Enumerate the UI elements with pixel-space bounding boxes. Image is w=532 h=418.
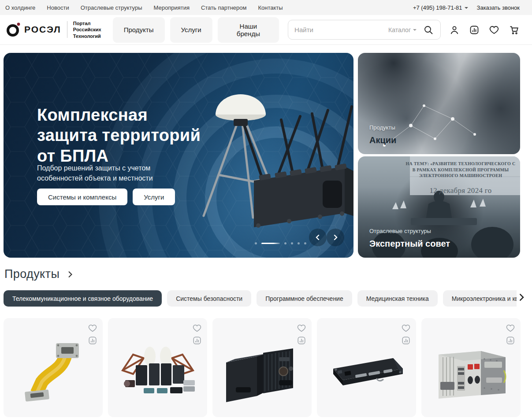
catalog-caret-icon: [413, 29, 417, 31]
header-nav: Продукты Услуги Наши бренды: [113, 17, 279, 43]
favorite-icon[interactable]: [88, 323, 97, 334]
product-image-radio-relay-kit: [118, 340, 197, 406]
product-image-rack-unit: [327, 340, 406, 406]
expert-council-card[interactable]: НА ТЕМУ: «РАЗВИТИЕ ТЕХНОЛОГИЧЕСКОГО С В …: [358, 156, 520, 258]
phone-caret-icon: [465, 7, 468, 9]
chip-microelectronics[interactable]: Микроэлектроника и квантовые технологии: [443, 290, 517, 307]
slider-dot[interactable]: [255, 242, 257, 244]
slider-dot[interactable]: [291, 242, 293, 244]
link-news[interactable]: Новости: [47, 4, 69, 11]
nav-products-button[interactable]: Продукты: [113, 17, 165, 43]
hero-title: Комплексная защита территорий от БПЛА: [37, 105, 201, 166]
product-image-waveguide-bend: [14, 340, 93, 406]
product-card[interactable]: [317, 318, 416, 417]
chip-medical-equipment[interactable]: Медицинская техника: [357, 290, 438, 307]
favorite-icon[interactable]: [506, 323, 515, 334]
search-catalog-dropdown[interactable]: Каталог: [388, 26, 417, 33]
top-utility-bar: О холдинге Новости Отраслевые структуры …: [0, 0, 532, 15]
main-header: РОСЭЛ Портал Российских Технологий Проду…: [0, 15, 532, 45]
slider-dot[interactable]: [284, 242, 286, 244]
promo-card-akcii[interactable]: Продукты Акции: [358, 53, 520, 154]
slider-next-button[interactable]: [327, 229, 344, 246]
compare-icon[interactable]: [297, 336, 306, 347]
chip-software[interactable]: Программное обеспечение: [257, 290, 352, 307]
product-cards: [4, 318, 532, 417]
expert-card-category: Отраслевые структуры: [369, 228, 450, 234]
hero-banner[interactable]: Комплексная защита территорий от БПЛА По…: [4, 53, 353, 258]
link-about-holding[interactable]: О холдинге: [5, 4, 35, 11]
conference-screen-text: НА ТЕМУ: «РАЗВИТИЕ ТЕХНОЛОГИЧЕСКОГО С В …: [406, 161, 516, 196]
conference-screen-date: 12 декабря 2024 го: [406, 186, 516, 196]
logo-brand-name: РОСЭЛ: [24, 24, 61, 35]
hero-services-button[interactable]: Услуги: [133, 189, 175, 205]
slider-dots: [255, 242, 306, 244]
logo[interactable]: РОСЭЛ Портал Российских Технологий: [6, 20, 101, 39]
link-become-partner[interactable]: Стать партнером: [201, 4, 246, 11]
product-image-ruggedized-units: [223, 340, 302, 406]
logo-tagline: Портал Российских Технологий: [73, 20, 101, 39]
favorites-icon[interactable]: [488, 24, 500, 36]
hero-systems-button[interactable]: Системы и комплексы: [37, 189, 127, 205]
promo-card-category: Продукты: [369, 124, 396, 131]
product-card[interactable]: [108, 318, 207, 417]
anti-drone-system-image: [188, 76, 353, 234]
hero-subtitle: Подбор решений защиты с учетом особеннос…: [37, 163, 191, 183]
favorite-icon[interactable]: [401, 323, 411, 334]
nav-brands-button[interactable]: Наши бренды: [218, 17, 279, 43]
product-card[interactable]: [4, 318, 103, 417]
topbar-links: О холдинге Новости Отраслевые структуры …: [5, 4, 283, 11]
product-card[interactable]: [212, 318, 312, 417]
chip-security-systems[interactable]: Системы безопасности: [167, 290, 251, 307]
slider-dot-active[interactable]: [261, 243, 280, 244]
phone-number[interactable]: +7 (495) 198-71-81: [413, 4, 468, 11]
cart-icon[interactable]: [508, 24, 520, 36]
search-bar[interactable]: Каталог: [288, 20, 441, 40]
link-contacts[interactable]: Контакты: [258, 4, 283, 11]
products-section-title: Продукты: [4, 267, 60, 281]
product-card[interactable]: [421, 318, 521, 417]
chip-telecom-equipment[interactable]: Телекоммуникационное и связное оборудова…: [4, 290, 162, 307]
category-chips: Телекоммуникационное и связное оборудова…: [0, 290, 517, 307]
compare-icon[interactable]: [401, 336, 411, 347]
compare-icon[interactable]: [506, 336, 515, 347]
request-call-link[interactable]: Заказать звонок: [477, 4, 520, 11]
slider-dot[interactable]: [304, 242, 306, 244]
header-actions: [449, 24, 520, 36]
compare-icon[interactable]: [192, 336, 202, 347]
profile-icon[interactable]: [449, 24, 460, 36]
promo-card-title: Акции: [369, 135, 396, 145]
link-events[interactable]: Мероприятия: [154, 4, 190, 11]
slider-dot[interactable]: [298, 242, 300, 244]
chips-scroll-next-button[interactable]: [518, 294, 525, 302]
nav-services-button[interactable]: Услуги: [170, 17, 212, 43]
favorite-icon[interactable]: [297, 323, 306, 334]
search-input[interactable]: [294, 26, 382, 33]
compare-icon[interactable]: [469, 24, 480, 36]
product-image-modular-chassis: [432, 340, 511, 406]
search-icon[interactable]: [423, 24, 434, 36]
slider-prev-button[interactable]: [309, 229, 327, 246]
products-section-link-chevron[interactable]: [67, 271, 73, 277]
expert-card-title: Экспертный совет: [369, 239, 450, 249]
favorite-icon[interactable]: [192, 323, 202, 334]
compare-icon[interactable]: [88, 336, 97, 347]
link-industry-structures[interactable]: Отраслевые структуры: [81, 4, 142, 11]
logo-o-icon: [6, 22, 21, 37]
